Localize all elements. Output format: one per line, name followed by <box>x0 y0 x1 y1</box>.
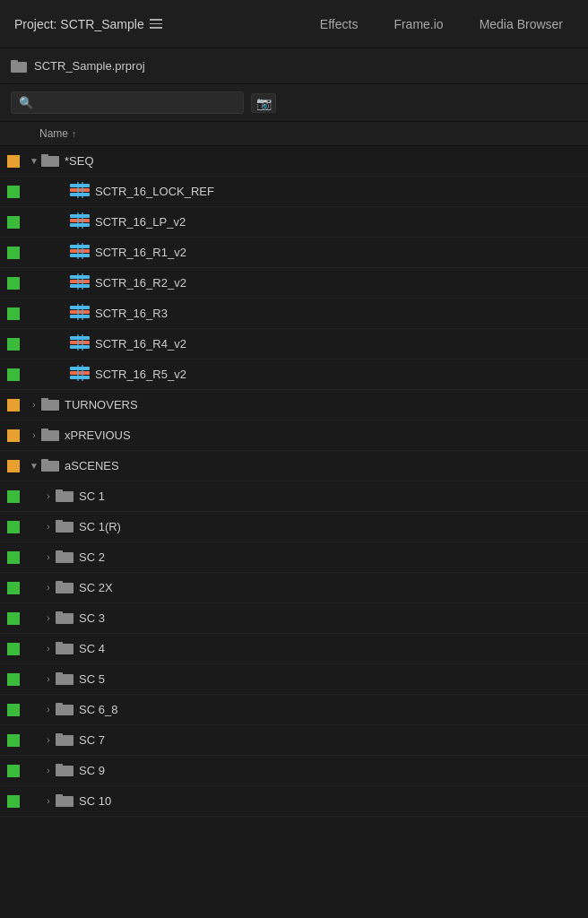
list-item[interactable]: › SC 7 <box>0 725 588 756</box>
list-item[interactable]: SCTR_16_R2_v2 <box>0 268 588 299</box>
svg-rect-20 <box>77 273 79 290</box>
svg-rect-52 <box>56 611 63 616</box>
expand-button[interactable]: ▼ <box>27 459 41 473</box>
list-item[interactable]: SCTR_16_R4_v2 <box>0 329 588 359</box>
list-item[interactable]: › SC 3 <box>0 603 588 634</box>
file-name: *SEQ <box>65 154 94 168</box>
expand-button[interactable]: ▼ <box>27 154 41 169</box>
folder-icon <box>56 701 74 718</box>
sequence-icon <box>70 182 90 201</box>
list-item[interactable]: › SC 2 <box>0 542 588 573</box>
svg-rect-5 <box>77 182 79 198</box>
file-name: TURNOVERS <box>65 398 138 411</box>
folder-icon <box>56 671 74 688</box>
color-badge <box>7 551 20 564</box>
expand-button[interactable]: › <box>41 672 56 687</box>
svg-rect-15 <box>77 243 79 259</box>
svg-rect-3 <box>70 188 90 192</box>
search-input-wrap[interactable]: 🔍 <box>11 91 244 114</box>
expand-button[interactable]: › <box>41 764 56 778</box>
expand-button[interactable]: › <box>27 429 41 443</box>
expand-button[interactable]: › <box>41 550 56 565</box>
list-item[interactable]: › SC 1(R) <box>0 512 588 542</box>
no-expand-placeholder <box>56 215 70 230</box>
svg-rect-33 <box>70 371 90 375</box>
color-badge <box>7 673 20 686</box>
folder-icon <box>56 732 74 749</box>
camera-button[interactable]: 📷 <box>251 93 276 113</box>
expand-button[interactable]: › <box>41 733 56 748</box>
expand-button[interactable]: › <box>41 581 56 595</box>
tab-mediabrowser[interactable]: Media Browser <box>462 0 581 48</box>
expand-button[interactable]: › <box>41 642 56 656</box>
svg-rect-2 <box>70 184 90 187</box>
file-name: SC 10 <box>79 794 111 808</box>
list-item[interactable]: › SC 1 <box>0 481 588 512</box>
search-bar: 🔍 📷 <box>0 84 588 122</box>
list-item[interactable]: › SC 6_8 <box>0 695 588 725</box>
color-badge <box>7 429 20 442</box>
list-item[interactable]: › SC 10 <box>0 786 588 817</box>
svg-rect-50 <box>56 581 63 585</box>
project-title-text: Project: SCTR_Sample <box>14 17 144 31</box>
expand-button[interactable]: › <box>41 703 56 717</box>
color-badge <box>7 612 20 625</box>
color-badge <box>7 307 20 320</box>
list-item[interactable]: › TURNOVERS <box>0 390 588 420</box>
list-item[interactable]: › SC 2X <box>0 573 588 603</box>
svg-rect-11 <box>82 212 83 229</box>
file-name: SCTR_16_R3 <box>95 307 168 320</box>
file-name: SCTR_16_R2_v2 <box>95 276 186 290</box>
file-name: SC 3 <box>79 611 105 625</box>
svg-rect-46 <box>56 520 63 524</box>
list-item[interactable]: › SC 4 <box>0 634 588 664</box>
color-badge <box>7 399 20 411</box>
list-item[interactable]: › xPREVIOUS <box>0 420 588 451</box>
svg-rect-17 <box>70 275 90 279</box>
sequence-icon <box>70 273 90 292</box>
sequence-icon <box>70 334 90 353</box>
list-item[interactable]: SCTR_16_R1_v2 <box>0 238 588 268</box>
svg-rect-64 <box>56 794 63 799</box>
list-item[interactable]: SCTR_16_LP_v2 <box>0 207 588 238</box>
svg-rect-7 <box>70 214 90 218</box>
list-item[interactable]: › SC 5 <box>0 664 588 695</box>
name-column-header[interactable]: Name ↑ <box>39 127 76 140</box>
file-name: SC 1(R) <box>79 520 121 533</box>
list-item[interactable]: › SC 9 <box>0 756 588 786</box>
svg-rect-31 <box>82 334 83 351</box>
expand-button[interactable]: › <box>41 520 56 534</box>
search-input[interactable] <box>39 96 218 109</box>
file-name: xPREVIOUS <box>65 429 131 442</box>
svg-rect-27 <box>70 336 90 340</box>
tab-effects[interactable]: Effects <box>302 0 376 48</box>
menu-hamburger-icon[interactable] <box>150 19 162 29</box>
sequence-icon <box>70 304 90 323</box>
project-title[interactable]: Project: SCTR_Sample <box>7 17 169 31</box>
expand-button[interactable]: › <box>41 489 56 504</box>
list-item[interactable]: SCTR_16_R5_v2 <box>0 359 588 390</box>
name-column-label: Name <box>39 127 68 140</box>
folder-icon <box>41 427 59 444</box>
list-item[interactable]: ▼ *SEQ <box>0 146 588 177</box>
expand-button[interactable]: › <box>41 611 56 626</box>
expand-button[interactable]: › <box>27 398 41 412</box>
svg-rect-56 <box>56 672 63 677</box>
svg-rect-62 <box>56 764 63 768</box>
svg-rect-9 <box>70 223 90 227</box>
folder-icon <box>56 549 74 566</box>
svg-rect-6 <box>82 182 83 198</box>
svg-rect-22 <box>70 306 90 309</box>
file-name: SCTR_16_R1_v2 <box>95 246 186 259</box>
svg-rect-18 <box>70 280 90 283</box>
svg-rect-42 <box>41 459 48 463</box>
tab-frameio[interactable]: Frame.io <box>376 0 461 48</box>
top-nav: Project: SCTR_Sample Effects Frame.io Me… <box>0 0 588 48</box>
color-badge <box>7 216 20 229</box>
list-item[interactable]: ▼ aSCENES <box>0 451 588 481</box>
list-item[interactable]: SCTR_16_LOCK_REF <box>0 177 588 207</box>
svg-rect-23 <box>70 310 90 314</box>
color-badge <box>7 734 20 747</box>
expand-button[interactable]: › <box>41 794 56 809</box>
list-item[interactable]: SCTR_16_R3 <box>0 299 588 329</box>
